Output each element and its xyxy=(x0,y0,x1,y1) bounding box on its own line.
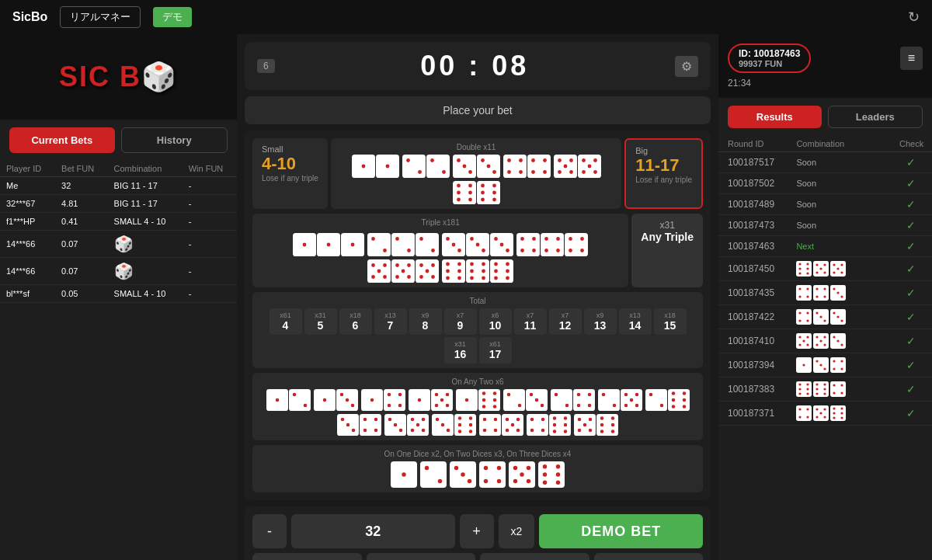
two-dice-combo[interactable] xyxy=(361,389,405,411)
triple-dice[interactable] xyxy=(442,259,513,283)
two-dice-combo[interactable] xyxy=(598,389,642,411)
two-dice-combo[interactable] xyxy=(456,389,500,411)
total-cell[interactable]: x610 xyxy=(479,308,512,335)
svg-point-231 xyxy=(469,423,472,426)
svg-rect-4 xyxy=(402,155,426,178)
triple-dice[interactable] xyxy=(367,259,439,283)
total-cell[interactable]: x712 xyxy=(549,308,582,335)
total-cell[interactable]: x79 xyxy=(444,308,477,335)
total-cell[interactable]: x3116 xyxy=(444,337,477,363)
two-dice-combo[interactable] xyxy=(266,389,311,411)
any-triple[interactable]: x31 Any Triple xyxy=(631,214,703,287)
two-dice-combo[interactable] xyxy=(645,389,690,411)
single-die[interactable] xyxy=(391,461,417,488)
two-dice-combo[interactable] xyxy=(503,389,548,411)
history-tab[interactable]: History xyxy=(121,127,228,153)
check-cell[interactable]: ✓ xyxy=(899,219,923,231)
big-bet[interactable]: Big 11-17 Lose if any triple xyxy=(624,138,703,209)
combo-dice xyxy=(796,405,899,421)
two-dice-combo[interactable] xyxy=(551,389,595,411)
single-die[interactable] xyxy=(509,461,535,488)
svg-point-356 xyxy=(833,336,836,338)
check-cell[interactable]: ✓ xyxy=(899,198,923,210)
svg-point-271 xyxy=(402,472,405,476)
svg-point-16 xyxy=(486,165,490,169)
single-die[interactable] xyxy=(479,461,506,488)
quick-bet-button[interactable]: +1 xyxy=(367,553,476,560)
cell-combo: 🎲 xyxy=(108,231,183,258)
settings-button[interactable]: ⚙ xyxy=(675,56,698,77)
two-dice-combo[interactable] xyxy=(337,414,381,436)
total-cell[interactable]: x315 xyxy=(304,308,337,335)
demo-bet-button[interactable]: DEMO BET xyxy=(539,514,703,548)
svg-point-191 xyxy=(629,398,632,402)
current-bets-tab[interactable]: Current Bets xyxy=(9,127,115,153)
quick-bet-button[interactable]: +2 xyxy=(480,553,589,560)
double-dice-pair[interactable] xyxy=(503,155,551,178)
double-dice-pair[interactable] xyxy=(554,155,601,178)
single-die[interactable] xyxy=(420,461,447,488)
total-cell[interactable]: x711 xyxy=(514,308,547,335)
left-panel: SIC B🎲 Current Bets History Player ID Be… xyxy=(0,34,237,560)
refresh-icon[interactable]: ↻ xyxy=(908,9,920,26)
triple-dice[interactable] xyxy=(293,233,364,256)
svg-point-107 xyxy=(407,275,411,279)
total-cell[interactable]: x98 xyxy=(409,308,442,335)
two-dice-combo[interactable] xyxy=(527,414,571,436)
two-dice-combo[interactable] xyxy=(432,414,476,436)
double-dice-pair[interactable] xyxy=(453,155,500,178)
check-cell[interactable]: ✓ xyxy=(899,263,923,275)
svg-point-387 xyxy=(833,391,836,394)
check-cell[interactable]: ✓ xyxy=(899,335,923,347)
double-dice-pair[interactable] xyxy=(352,155,399,178)
two-dice-combo[interactable] xyxy=(574,414,618,436)
total-cell[interactable]: x1815 xyxy=(654,308,687,335)
check-cell[interactable]: ✓ xyxy=(899,407,923,419)
small-bet[interactable]: Small 4-10 Lose if any triple xyxy=(252,138,328,209)
quick-bet-button[interactable]: ALL IN xyxy=(594,553,704,560)
two-dice-combo[interactable] xyxy=(479,414,523,436)
two-dice-combo[interactable] xyxy=(409,389,453,411)
svg-point-11 xyxy=(457,158,461,162)
cell-win: - xyxy=(183,258,237,285)
two-dice-combo[interactable] xyxy=(314,389,358,411)
check-cell[interactable]: ✓ xyxy=(899,311,923,323)
check-cell[interactable]: ✓ xyxy=(899,359,923,371)
result-row: 100187383 ✓ xyxy=(718,377,932,402)
two-dice-combo[interactable] xyxy=(384,414,429,436)
svg-point-195 xyxy=(649,393,652,396)
total-cell[interactable]: x913 xyxy=(584,308,617,335)
svg-point-246 xyxy=(530,418,534,421)
triple-dice[interactable] xyxy=(442,233,513,256)
single-die[interactable] xyxy=(450,461,476,488)
svg-point-79 xyxy=(500,243,504,247)
svg-point-216 xyxy=(399,429,402,432)
total-cell[interactable]: x614 xyxy=(270,308,302,335)
double-dice-pair[interactable] xyxy=(402,155,450,178)
svg-point-24 xyxy=(531,158,535,162)
check-cell[interactable]: ✓ xyxy=(899,287,923,299)
demo-button[interactable]: デモ xyxy=(153,7,192,27)
plus-button[interactable]: + xyxy=(460,514,494,548)
check-cell[interactable]: ✓ xyxy=(899,156,923,169)
leaders-tab[interactable]: Leaders xyxy=(828,106,923,128)
check-cell[interactable]: ✓ xyxy=(899,383,923,395)
menu-button[interactable]: ≡ xyxy=(900,47,923,70)
check-cell[interactable]: ✓ xyxy=(899,177,923,190)
svg-point-324 xyxy=(816,295,819,297)
double-dice-pair[interactable] xyxy=(453,181,500,204)
svg-point-267 xyxy=(611,423,614,426)
x2-button[interactable]: x2 xyxy=(499,514,535,548)
real-money-button[interactable]: リアルマネー xyxy=(60,6,141,28)
results-tab[interactable]: Results xyxy=(728,106,822,128)
total-cell[interactable]: x186 xyxy=(339,308,372,335)
quick-bet-button[interactable]: +0.1 xyxy=(252,553,362,560)
total-cell[interactable]: x6117 xyxy=(479,337,512,363)
triple-dice[interactable] xyxy=(516,233,588,256)
check-cell[interactable]: ✓ xyxy=(899,240,923,252)
minus-button[interactable]: - xyxy=(252,514,287,548)
total-cell[interactable]: x1314 xyxy=(619,308,652,335)
single-die[interactable] xyxy=(538,461,565,488)
triple-dice[interactable] xyxy=(367,233,439,256)
total-cell[interactable]: x137 xyxy=(374,308,407,335)
